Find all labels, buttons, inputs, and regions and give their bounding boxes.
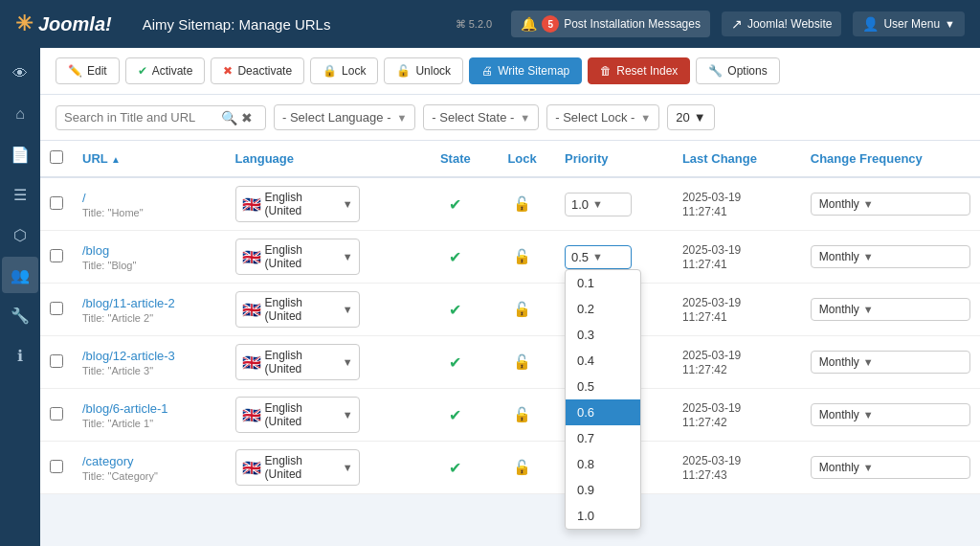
row-checkbox[interactable] <box>50 407 63 421</box>
url-link[interactable]: /blog/6-article-1 <box>82 401 168 416</box>
priority-option[interactable]: 1.0 <box>566 503 640 529</box>
url-table: URL ▲ Language State Lock Priority Last … <box>40 141 980 494</box>
state-filter[interactable]: - Select State - ▼ <box>423 104 539 130</box>
logo: ✳ Joomla! <box>15 11 112 36</box>
select-all-checkbox[interactable] <box>50 150 63 164</box>
language-select[interactable]: 🇬🇧 English (United ▼ <box>235 344 360 380</box>
write-sitemap-button[interactable]: 🖨 Write Sitemap <box>469 57 582 84</box>
sidebar-item-home[interactable]: ⌂ <box>2 96 38 132</box>
deactivate-button[interactable]: ✖ Deactivate <box>211 57 304 84</box>
change-frequency-cell: Monthly ▼ <box>801 336 980 389</box>
url-link[interactable]: / <box>82 191 86 205</box>
priority-option[interactable]: 0.4 <box>566 348 640 374</box>
search-input[interactable] <box>64 110 217 125</box>
joomla-website-btn[interactable]: ↗ Joomla! Website <box>722 11 841 36</box>
sidebar-item-menus[interactable]: ☰ <box>2 176 38 213</box>
language-filter-label: - Select Language - <box>282 110 390 125</box>
frequency-value: Monthly <box>819 197 859 211</box>
sidebar-item-tools[interactable]: 🔧 <box>2 297 38 333</box>
chevron-down-icon: ▼ <box>945 18 955 30</box>
lock-button[interactable]: 🔒 Lock <box>310 57 378 84</box>
row-checkbox[interactable] <box>50 249 63 262</box>
frequency-select[interactable]: Monthly ▼ <box>811 351 970 374</box>
priority-chevron-icon: ▼ <box>592 198 603 210</box>
language-cell: 🇬🇧 English (United ▼ <box>226 231 422 284</box>
frequency-chevron-icon: ▼ <box>863 409 874 421</box>
table-row: /blog Title: "Blog" 🇬🇧 English (United ▼… <box>40 231 980 284</box>
priority-option[interactable]: 0.2 <box>566 296 640 322</box>
sidebar-item-extensions[interactable]: ⬡ <box>2 216 38 253</box>
url-link[interactable]: /category <box>82 454 133 468</box>
page-size-select[interactable]: 20 ▼ <box>667 104 714 130</box>
activate-button[interactable]: ✔ Activate <box>125 57 206 84</box>
flag-icon: 🇬🇧 <box>242 353 261 372</box>
priority-option[interactable]: 0.1 <box>566 270 640 296</box>
sidebar-item-info[interactable]: ℹ <box>2 337 38 374</box>
url-link[interactable]: /blog/11-article-2 <box>82 296 175 310</box>
state-cell: ✔ <box>421 389 489 442</box>
sidebar-item-eye[interactable]: 👁 <box>2 56 38 92</box>
sidebar-item-content[interactable]: 📄 <box>2 136 38 172</box>
flag-icon: 🇬🇧 <box>242 459 261 477</box>
lock-cell: 🔓 <box>489 336 555 389</box>
priority-select[interactable]: 0.5 ▼ <box>565 245 632 269</box>
priority-select[interactable]: 1.0 ▼ <box>565 193 632 216</box>
x-icon: ✖ <box>223 64 233 78</box>
notification-btn[interactable]: 🔔 5 Post Installation Messages <box>511 11 710 37</box>
priority-cell: 1.0 ▼ <box>555 177 673 231</box>
frequency-select[interactable]: Monthly ▼ <box>811 298 970 321</box>
options-icon: 🔧 <box>708 64 723 78</box>
priority-option[interactable]: 0.3 <box>566 322 640 348</box>
row-checkbox[interactable] <box>50 460 63 473</box>
table-row: /blog/12-article-3 Title: "Article 3" 🇬🇧… <box>40 336 980 389</box>
select-all-header <box>40 141 73 177</box>
lock-filter[interactable]: - Select Lock - ▼ <box>546 104 659 130</box>
url-link[interactable]: /blog/12-article-3 <box>82 349 175 363</box>
priority-option[interactable]: 0.9 <box>566 477 640 503</box>
sidebar-item-users[interactable]: 👥 <box>2 257 38 293</box>
url-cell: /blog Title: "Blog" <box>73 231 226 284</box>
last-change-cell: 2025-03-1911:27:41 <box>673 231 801 284</box>
frequency-select[interactable]: Monthly ▼ <box>811 245 970 268</box>
row-checkbox-cell <box>40 389 73 442</box>
priority-option[interactable]: 0.7 <box>566 425 640 451</box>
priority-value: 1.0 <box>571 197 589 212</box>
unlocked-icon: 🔓 <box>513 195 531 212</box>
frequency-select[interactable]: Monthly ▼ <box>811 456 970 479</box>
state-cell: ✔ <box>421 231 489 284</box>
frequency-select[interactable]: Monthly ▼ <box>811 193 970 216</box>
edit-button[interactable]: ✏️ Edit <box>56 57 120 84</box>
language-select[interactable]: 🇬🇧 English (United ▼ <box>235 186 360 222</box>
url-column-header[interactable]: URL ▲ <box>73 141 226 177</box>
search-submit-icon[interactable]: 🔍 <box>221 110 237 125</box>
unlock-button[interactable]: 🔓 Unlock <box>384 57 463 84</box>
flag-icon: 🇬🇧 <box>242 248 261 266</box>
frequency-select[interactable]: Monthly ▼ <box>811 403 970 426</box>
language-chevron-icon: ▼ <box>396 112 407 124</box>
language-filter[interactable]: - Select Language - ▼ <box>274 104 415 130</box>
timestamp: 2025-03-1911:27:42 <box>682 349 741 376</box>
priority-dropdown-wrapper: 1.0 ▼ <box>565 193 632 216</box>
language-select[interactable]: 🇬🇧 English (United ▼ <box>235 291 360 328</box>
row-checkbox[interactable] <box>50 354 63 368</box>
row-checkbox[interactable] <box>50 302 63 315</box>
row-checkbox[interactable] <box>50 196 63 210</box>
notification-label: Post Installation Messages <box>564 17 701 31</box>
options-button[interactable]: 🔧 Options <box>696 57 779 84</box>
language-chevron-icon: ▼ <box>343 409 353 421</box>
language-select[interactable]: 🇬🇧 English (United ▼ <box>235 397 360 433</box>
priority-option[interactable]: 0.8 <box>566 451 640 477</box>
url-link[interactable]: /blog <box>82 243 109 258</box>
priority-option[interactable]: 0.5 <box>566 374 640 399</box>
language-select[interactable]: 🇬🇧 English (United ▼ <box>235 449 360 486</box>
unlocked-icon: 🔓 <box>513 459 531 475</box>
lock-filter-label: - Select Lock - <box>555 110 635 125</box>
search-clear-icon[interactable]: ✖ <box>241 110 253 125</box>
language-chevron-icon: ▼ <box>343 462 353 473</box>
user-menu-btn[interactable]: 👤 User Menu ▼ <box>853 11 965 36</box>
priority-option[interactable]: 0.6 <box>566 399 640 425</box>
state-filter-label: - Select State - <box>432 110 514 125</box>
url-title: Title: "Article 2" <box>82 312 216 324</box>
reset-index-button[interactable]: 🗑 Reset Index <box>588 57 690 84</box>
language-select[interactable]: 🇬🇧 English (United ▼ <box>235 239 360 275</box>
